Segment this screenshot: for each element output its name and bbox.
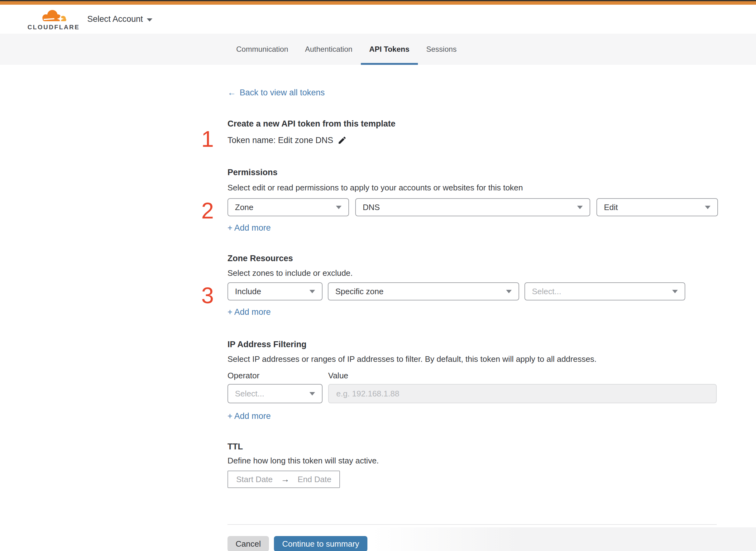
tab-label: Sessions xyxy=(426,45,457,54)
app-header: CLOUDFLARE Select Account xyxy=(0,5,756,34)
back-to-tokens-link[interactable]: ← Back to view all tokens xyxy=(227,87,325,98)
chevron-down-icon xyxy=(506,290,512,293)
zone-resources-title: Zone Resources xyxy=(227,253,717,263)
step-2-marker: 2 xyxy=(201,199,214,222)
chevron-down-icon xyxy=(705,206,711,209)
back-link-label: Back to view all tokens xyxy=(240,87,325,98)
continue-to-summary-button[interactable]: Continue to summary xyxy=(274,536,367,551)
end-date-label: End Date xyxy=(297,475,331,484)
operator-label: Operator xyxy=(227,371,328,380)
permissions-description: Select edit or read permissions to apply… xyxy=(227,183,717,192)
account-selector[interactable]: Select Account xyxy=(87,14,152,24)
ttl-description: Define how long this token will stay act… xyxy=(227,456,717,466)
cloudflare-wordmark: CLOUDFLARE xyxy=(27,24,80,31)
zone-resources-add-more-link[interactable]: + Add more xyxy=(227,307,271,317)
cloudflare-cloud-icon xyxy=(38,8,69,23)
start-date-label: Start Date xyxy=(236,475,273,484)
chevron-down-icon xyxy=(672,290,678,293)
cloudflare-logo: CLOUDFLARE xyxy=(36,8,71,31)
step-1-marker: 1 xyxy=(201,128,214,150)
chevron-down-icon xyxy=(336,206,341,209)
footer-divider xyxy=(227,524,717,525)
zone-type-value: Specific zone xyxy=(335,287,384,297)
permission-access-select[interactable]: Edit xyxy=(597,198,718,216)
tab-label: API Tokens xyxy=(369,45,410,54)
ip-operator-select[interactable]: Select... xyxy=(227,384,322,403)
permission-access-value: Edit xyxy=(604,202,618,212)
value-label: Value xyxy=(328,371,348,380)
chevron-down-icon xyxy=(309,290,315,293)
pencil-icon xyxy=(337,135,347,145)
tab-label: Authentication xyxy=(305,45,352,54)
tab-bar: Communication Authentication API Tokens … xyxy=(0,34,756,65)
chevron-down-icon xyxy=(309,392,315,396)
template-section: 1 Create a new API token from this templ… xyxy=(227,118,717,146)
zone-resources-section: 3 Zone Resources Select zones to include… xyxy=(227,253,717,317)
ttl-section: TTL Define how long this token will stay… xyxy=(227,441,717,488)
footer-actions: Cancel Continue to summary xyxy=(227,536,717,551)
ip-filtering-section: IP Address Filtering Select IP addresses… xyxy=(227,339,717,421)
permission-resource-value: DNS xyxy=(363,202,380,212)
edit-token-name-button[interactable] xyxy=(337,135,347,145)
tab-label: Communication xyxy=(236,45,288,54)
browser-accent-bar xyxy=(0,1,756,5)
account-selector-label: Select Account xyxy=(87,14,143,24)
tab-communication[interactable]: Communication xyxy=(228,34,297,65)
permissions-section: 2 Permissions Select edit or read permis… xyxy=(227,167,717,233)
tab-authentication[interactable]: Authentication xyxy=(297,34,361,65)
ip-filtering-title: IP Address Filtering xyxy=(227,339,717,350)
ip-value-input[interactable] xyxy=(328,384,717,403)
ttl-title: TTL xyxy=(227,441,717,452)
chevron-down-icon xyxy=(147,18,152,21)
ip-filtering-add-more-link[interactable]: + Add more xyxy=(227,411,271,421)
date-range-picker[interactable]: Start Date → End Date xyxy=(227,471,340,488)
permission-scope-value: Zone xyxy=(235,202,253,212)
chevron-down-icon xyxy=(577,206,583,209)
page-title: Create a new API token from this templat… xyxy=(227,118,717,129)
zone-select[interactable]: Select... xyxy=(525,283,685,301)
ip-operator-placeholder: Select... xyxy=(235,389,264,399)
cancel-button[interactable]: Cancel xyxy=(227,536,269,551)
permission-resource-select[interactable]: DNS xyxy=(355,198,590,216)
token-name-text: Token name: Edit zone DNS xyxy=(227,134,333,146)
permissions-title: Permissions xyxy=(227,167,717,178)
main-content: ← Back to view all tokens 1 Create a new… xyxy=(227,65,717,551)
arrow-right-icon: → xyxy=(281,474,289,484)
zone-type-select[interactable]: Specific zone xyxy=(328,283,519,301)
zone-resources-description: Select zones to include or exclude. xyxy=(227,268,717,278)
zone-mode-value: Include xyxy=(235,287,261,297)
permission-scope-select[interactable]: Zone xyxy=(227,198,349,216)
ip-filtering-description: Select IP addresses or ranges of IP addr… xyxy=(227,354,717,364)
back-arrow-icon: ← xyxy=(227,87,236,98)
zone-mode-select[interactable]: Include xyxy=(227,283,322,301)
permissions-add-more-link[interactable]: + Add more xyxy=(227,222,271,233)
step-3-marker: 3 xyxy=(201,284,214,307)
tab-api-tokens[interactable]: API Tokens xyxy=(361,34,418,65)
zone-select-placeholder: Select... xyxy=(532,287,561,297)
tab-sessions[interactable]: Sessions xyxy=(418,34,465,65)
